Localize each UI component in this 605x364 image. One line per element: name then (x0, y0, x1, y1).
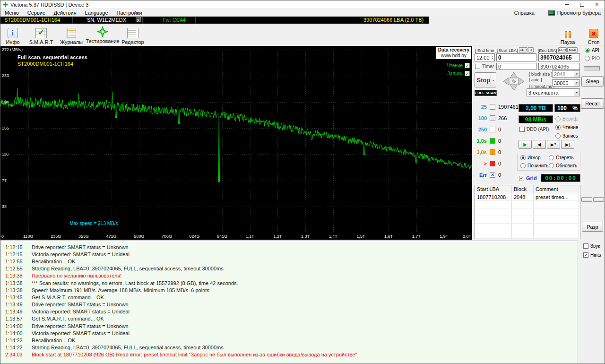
pause-button[interactable]: Пауза (559, 26, 577, 45)
pio-radio-row[interactable]: PIO (585, 56, 600, 61)
ignore-radio[interactable] (520, 155, 526, 160)
toolbar-editor-button[interactable]: Редактор (120, 26, 146, 45)
defect-table-row[interactable] (475, 224, 580, 231)
sound-checkbox-row[interactable]: Звук (583, 243, 600, 249)
razr-button[interactable]: Разр (582, 222, 603, 232)
defect-table[interactable]: Start LBABlockComment 18077102082048pres… (475, 185, 580, 239)
erase-radio[interactable] (549, 155, 554, 160)
timer-checkbox[interactable] (475, 64, 480, 69)
refresh-radio-row[interactable]: Обновить (549, 163, 577, 168)
pio-radio[interactable] (585, 56, 590, 61)
end-time-input[interactable]: 12:00 ▴▾ (475, 53, 495, 61)
defect-table-header-cell[interactable]: Start LBA (475, 185, 512, 193)
read-legend-checkbox[interactable] (465, 63, 470, 68)
stop-button[interactable]: Стоп (585, 26, 603, 45)
defect-table-row[interactable] (475, 231, 580, 239)
timer-value-input[interactable]: 0 (496, 63, 536, 70)
buffer-view-button[interactable]: Просмотр буфера (548, 10, 601, 16)
refresh-radio[interactable] (549, 163, 554, 168)
toolbar-info-button[interactable]: i Инфо (4, 26, 21, 45)
erase-radio-row[interactable]: Стереть (549, 155, 574, 160)
defect-table-header-cell[interactable]: Comment (534, 185, 579, 193)
verify-radio[interactable] (555, 116, 561, 121)
go-to-end-button[interactable]: ▶| (561, 140, 574, 149)
sleep-button[interactable]: Sleep (581, 76, 604, 87)
toolbar-smart-button[interactable]: S.M.A.R.T (28, 26, 54, 45)
grid-checkbox-row[interactable]: Grid (519, 175, 537, 181)
log-panel[interactable]: 1:12:15Drive reported: SMART status = Un… (0, 241, 578, 364)
stat-color-swatch[interactable] (490, 104, 495, 110)
menu-item-3[interactable]: Действия (49, 10, 80, 16)
stat-row-3,0s: 3,0s0 (475, 147, 518, 158)
block-size-select[interactable]: 2048▼ (552, 70, 580, 78)
spinner-arrows-icon[interactable]: ▴▾ (492, 55, 493, 60)
device-tab-close-button[interactable]: x (136, 17, 141, 22)
stat-color-swatch[interactable] (490, 149, 495, 155)
table-scroll-left-button[interactable] (581, 197, 592, 202)
defect-table-row[interactable] (475, 201, 580, 208)
verify-radio-row[interactable]: Вериф. (555, 116, 579, 121)
recall-button[interactable]: Recall (581, 98, 604, 109)
write-radio-row[interactable]: Запись (555, 133, 578, 139)
read-radio[interactable] (555, 125, 561, 130)
timeout-select[interactable]: 30000▼ (552, 79, 580, 87)
stat-color-swatch[interactable] (490, 115, 495, 121)
timer-checkbox-row[interactable]: Timer (475, 64, 494, 69)
stop-dropdown-icon[interactable]: ▾ (491, 73, 495, 87)
ddd-checkbox-row[interactable]: DDD (API) (519, 127, 549, 132)
start-lba-input[interactable]: 0 (496, 53, 536, 61)
toolbar-test-button[interactable]: Тестирование (87, 25, 118, 44)
start-lba-cur-button[interactable]: CUR (519, 47, 527, 52)
minimize-button[interactable] (559, 0, 574, 9)
write-legend-checkbox[interactable] (465, 71, 470, 76)
stat-color-swatch[interactable] (490, 161, 495, 166)
dropdown-arrow-icon[interactable]: ▼ (574, 89, 579, 96)
menu-item-1[interactable]: Меню (0, 10, 23, 16)
toolbar-logs-button[interactable]: Журналы (59, 26, 84, 45)
seek-question-button[interactable]: ▶? (547, 140, 560, 149)
stat-color-swatch[interactable]: ✕ (490, 172, 495, 178)
write-radio[interactable] (555, 133, 561, 139)
api-radio-row[interactable]: API (585, 48, 599, 53)
menu-item-5[interactable]: Настройки (112, 10, 147, 16)
navigation-pad[interactable] (500, 70, 527, 92)
defect-table-row[interactable] (475, 208, 580, 216)
api-radio[interactable] (585, 48, 590, 53)
end-lba-cur-button[interactable]: CUR (558, 47, 567, 52)
end-lba-max-button[interactable]: MAX (567, 47, 578, 52)
grid-checkbox[interactable] (519, 176, 524, 181)
menu-item-help[interactable]: Справка (510, 10, 539, 16)
stat-color-swatch[interactable] (490, 127, 495, 132)
stat-color-swatch[interactable] (490, 138, 495, 144)
read-radio-row[interactable]: Чтение (555, 125, 578, 130)
start-lba-zero-button[interactable]: 0 (528, 47, 534, 52)
close-button[interactable]: ✕ (589, 0, 605, 9)
divider (142, 17, 143, 24)
menu-item-2[interactable]: Сервис (23, 10, 50, 16)
repair-radio-row[interactable]: Починить (520, 163, 548, 168)
sound-checkbox[interactable] (583, 243, 588, 249)
hints-checkbox[interactable] (583, 252, 588, 258)
repair-radio[interactable] (520, 163, 526, 168)
log-time: 1:12:55 (0, 266, 25, 271)
defect-table-row[interactable] (475, 216, 580, 224)
ignore-radio-row[interactable]: Игнор (520, 155, 540, 160)
maximize-button[interactable] (574, 0, 589, 9)
end-lba-input-2[interactable]: 3907024065 (538, 63, 580, 70)
hints-checkbox-row[interactable]: Hints (583, 252, 601, 258)
dropdown-arrow-icon[interactable]: ▼ (574, 71, 579, 77)
stop-scan-button[interactable]: Stop ▾ (475, 72, 496, 87)
defect-table-header-cell[interactable]: Block (512, 185, 534, 193)
play-button[interactable]: ▶ (519, 140, 532, 149)
end-lba-input[interactable]: 3907024065 (538, 53, 580, 61)
step-back-button[interactable]: ◀ (533, 140, 546, 149)
dropdown-arrow-icon[interactable]: ▼ (574, 80, 579, 86)
menu-item-4[interactable]: Language (81, 10, 112, 16)
table-scroll-right-button[interactable] (593, 197, 604, 202)
defect-table-row[interactable]: 18077102082048preset timeo... (475, 193, 580, 201)
screenshot-select[interactable]: 3 скриншота▼ (527, 88, 580, 96)
full-scan-button[interactable]: FULL SCAN (475, 90, 497, 96)
device-model[interactable]: ST2000DM001-1CH164 (4, 17, 60, 23)
scan-graph-canvas[interactable] (0, 46, 472, 240)
ddd-checkbox[interactable] (519, 127, 525, 132)
